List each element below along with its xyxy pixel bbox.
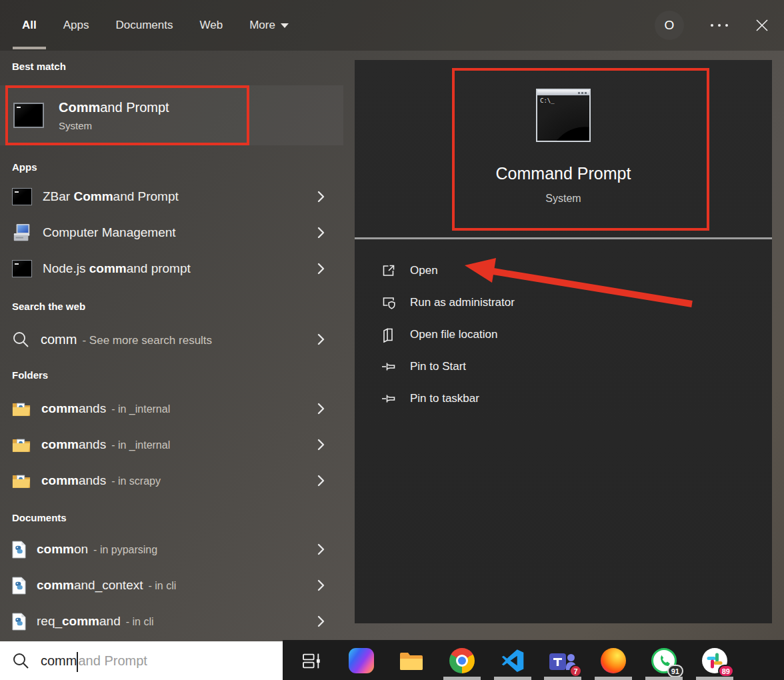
cmd-prompt-text: C:\_ <box>537 95 589 104</box>
taskbar: 7 91 89 <box>283 640 784 680</box>
chevron-right-icon <box>317 263 325 275</box>
windows-search-flyout: All Apps Documents Web More O Best match… <box>0 0 784 680</box>
preview-pane: C:\_ Command Prompt System Open <box>355 60 772 623</box>
action-pin-to-taskbar[interactable]: Pin to taskbar <box>355 383 772 415</box>
running-indicator-vscode <box>494 677 531 680</box>
search-suggestion-text: and Prompt <box>78 653 147 669</box>
chevron-right-icon <box>317 333 325 345</box>
context-actions: Open Run as administrator Open file l <box>355 255 772 415</box>
result-doc-command-context[interactable]: command_context- in cli <box>0 567 343 603</box>
chevron-right-icon <box>317 579 325 591</box>
python-file-icon <box>12 577 26 595</box>
chevron-right-icon <box>317 439 325 451</box>
result-best-match-command-prompt[interactable]: Command Prompt System <box>0 85 343 145</box>
running-indicator-slack <box>696 677 733 680</box>
running-indicator-whatsapp <box>645 677 683 680</box>
preview-title: Command Prompt <box>355 164 772 183</box>
tab-apps[interactable]: Apps <box>63 19 89 32</box>
close-icon[interactable] <box>755 18 769 33</box>
more-options-icon[interactable] <box>709 20 729 31</box>
vscode-button[interactable] <box>498 646 527 675</box>
section-header-best-match: Best match <box>0 59 343 74</box>
pin-icon <box>380 391 397 407</box>
chevron-right-icon <box>317 543 325 555</box>
open-icon <box>380 263 397 279</box>
task-view-button[interactable] <box>297 646 326 675</box>
whatsapp-button[interactable]: 91 <box>649 646 679 675</box>
chevron-right-icon <box>317 403 325 415</box>
teams-button[interactable]: 7 <box>548 646 577 675</box>
result-title: Command Prompt <box>59 100 169 115</box>
tab-documents[interactable]: Documents <box>115 19 173 32</box>
result-doc-req-command[interactable]: req_command- in cli <box>0 603 343 639</box>
result-subtitle: System <box>59 120 169 131</box>
copilot-button[interactable] <box>347 646 376 675</box>
running-indicator-teams <box>544 677 581 680</box>
firefox-icon <box>601 648 626 673</box>
result-web-search-comm[interactable]: comm- See more search results <box>0 321 343 357</box>
vscode-icon <box>501 649 525 673</box>
tab-all[interactable]: All <box>22 19 37 32</box>
search-typed-text: comm <box>41 653 77 669</box>
chrome-button[interactable] <box>447 646 477 675</box>
chrome-icon <box>449 648 475 673</box>
result-folder-commands-internal-2[interactable]: commands- in _internal <box>0 427 343 463</box>
result-doc-common[interactable]: common- in pyparsing <box>0 531 343 567</box>
command-prompt-icon <box>13 103 44 128</box>
command-prompt-icon <box>12 188 32 205</box>
tab-more-label: More <box>249 19 275 32</box>
active-tab-indicator <box>13 47 46 49</box>
preview-subtitle: System <box>355 193 772 205</box>
command-prompt-large-icon: C:\_ <box>536 89 591 142</box>
file-location-icon <box>380 327 397 343</box>
running-indicator-chrome <box>443 677 481 680</box>
search-input[interactable]: command Prompt <box>0 641 283 680</box>
result-nodejs-command-prompt[interactable]: Node.js command prompt <box>0 251 343 287</box>
folder-icon <box>12 473 31 489</box>
pin-icon <box>380 359 397 375</box>
slack-notification-badge: 89 <box>718 665 734 677</box>
result-computer-management[interactable]: Computer Management <box>0 215 343 251</box>
search-icon <box>12 331 30 349</box>
command-prompt-icon <box>12 260 32 277</box>
action-open-file-location[interactable]: Open file location <box>355 319 772 351</box>
running-indicator-firefox <box>595 677 632 680</box>
tab-web[interactable]: Web <box>199 19 223 32</box>
chevron-right-icon <box>317 475 325 487</box>
file-explorer-icon <box>399 650 424 671</box>
copilot-icon <box>349 648 374 673</box>
user-avatar[interactable]: O <box>655 11 684 40</box>
preview-divider <box>355 237 772 239</box>
action-run-as-administrator[interactable]: Run as administrator <box>355 287 772 319</box>
whatsapp-notification-badge: 91 <box>667 665 683 677</box>
tab-more[interactable]: More <box>249 19 289 32</box>
search-icon <box>12 652 30 670</box>
filter-tabs: All Apps Documents Web More <box>22 0 289 51</box>
folder-icon <box>12 401 31 417</box>
chevron-right-icon <box>317 615 325 627</box>
chevron-right-icon <box>317 191 325 203</box>
section-header-search-the-web: Search the web <box>0 299 343 314</box>
task-view-icon <box>302 651 321 671</box>
search-results-list: Best match Command Prompt System Apps ZB… <box>0 51 343 680</box>
result-zbar-command-prompt[interactable]: ZBar Command Prompt <box>0 179 343 215</box>
section-header-folders: Folders <box>0 368 343 383</box>
shield-icon <box>380 295 397 311</box>
action-pin-to-start[interactable]: Pin to Start <box>355 351 772 383</box>
python-file-icon <box>12 541 26 559</box>
computer-management-icon <box>12 223 32 243</box>
chevron-right-icon <box>317 227 325 239</box>
search-filter-bar: All Apps Documents Web More O <box>0 0 784 51</box>
action-open[interactable]: Open <box>355 255 772 287</box>
teams-notification-badge: 7 <box>569 665 582 677</box>
firefox-button[interactable] <box>599 646 628 675</box>
section-header-apps: Apps <box>0 160 343 175</box>
chevron-down-icon <box>281 23 289 28</box>
result-folder-commands-internal-1[interactable]: commands- in _internal <box>0 391 343 427</box>
slack-button[interactable]: 89 <box>700 646 729 675</box>
file-explorer-button[interactable] <box>397 646 426 675</box>
result-folder-commands-scrapy[interactable]: commands- in scrapy <box>0 463 343 499</box>
section-header-documents: Documents <box>0 511 343 525</box>
folder-icon <box>12 437 31 453</box>
python-file-icon <box>12 613 26 631</box>
